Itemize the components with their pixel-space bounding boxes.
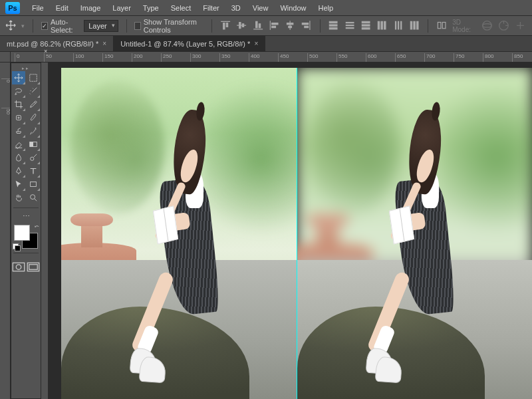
zoom-tool[interactable] — [27, 191, 40, 204]
menu-image[interactable]: Image — [75, 3, 106, 13]
ruler-tick: 300 — [190, 53, 201, 63]
close-icon[interactable]: × — [102, 40, 106, 47]
spot-healing-tool[interactable] — [12, 111, 25, 124]
distribute-left-icon[interactable] — [376, 19, 387, 33]
document-tab[interactable]: mt.psd @ 86.2% (RGB/8#) * × — [0, 36, 114, 51]
document-tab[interactable]: Untitled-1 @ 87.4% (Layer 5, RGB/8#) * × — [114, 36, 265, 51]
document-canvas[interactable] — [61, 68, 532, 399]
type-tool[interactable] — [27, 164, 40, 178]
gradient-tool[interactable] — [27, 138, 40, 151]
menu-3d[interactable]: 3D — [226, 3, 246, 13]
ruler-tick: 400 — [249, 53, 259, 63]
svg-rect-18 — [438, 23, 441, 29]
auto-align-icon[interactable] — [436, 19, 447, 33]
canvas-right-half — [297, 68, 533, 399]
tools-panel: ▸▸ — [11, 63, 41, 399]
distribute-vcenter-icon[interactable] — [344, 19, 355, 33]
ruler-tick: 50 — [1, 108, 11, 114]
pen-tool[interactable] — [12, 164, 25, 178]
menu-type[interactable]: Type — [138, 3, 164, 13]
align-hcenter-icon[interactable] — [285, 19, 295, 33]
svg-point-31 — [16, 264, 21, 269]
options-bar: ▾ Auto-Select: Layer Show Transform Cont… — [0, 16, 532, 36]
svg-rect-2 — [330, 28, 338, 29]
auto-select-target-dropdown[interactable]: Layer — [84, 20, 118, 32]
auto-select-checkbox[interactable]: Auto-Select: — [41, 18, 78, 34]
menu-window[interactable]: Window — [275, 3, 311, 13]
menu-edit[interactable]: Edit — [51, 3, 74, 13]
default-colors-icon[interactable] — [13, 243, 19, 250]
distribute-hcenter-icon[interactable] — [393, 19, 404, 33]
move-tool[interactable] — [12, 71, 25, 84]
move-tool-indicator-icon[interactable] — [5, 19, 16, 33]
menu-view[interactable]: View — [247, 3, 274, 13]
workspace: ▸▸ — [0, 52, 532, 399]
distribute-bottom-icon[interactable] — [360, 19, 371, 33]
3d-orbit-icon[interactable] — [481, 19, 493, 33]
dodge-tool[interactable] — [27, 151, 40, 164]
align-bottom-icon[interactable] — [253, 19, 263, 33]
canvas-left-half — [61, 68, 297, 399]
edit-toolbar-icon[interactable]: ⋯ — [19, 211, 33, 221]
eyedropper-tool[interactable] — [27, 98, 40, 111]
canvas-area[interactable] — [48, 63, 532, 399]
document-tab-bar: mt.psd @ 86.2% (RGB/8#) * × Untitled-1 @… — [0, 36, 532, 52]
svg-rect-5 — [346, 28, 354, 29]
svg-rect-13 — [398, 22, 398, 30]
foreground-swatch[interactable] — [14, 225, 30, 241]
menu-help[interactable]: Help — [313, 3, 339, 13]
svg-rect-7 — [362, 25, 370, 26]
svg-rect-28 — [31, 182, 37, 187]
checkbox-icon — [41, 22, 48, 30]
show-transform-checkbox[interactable]: Show Transform Controls — [134, 18, 203, 34]
align-top-icon[interactable] — [220, 19, 231, 33]
svg-rect-26 — [30, 142, 33, 147]
svg-rect-19 — [442, 23, 446, 29]
svg-rect-11 — [384, 22, 386, 30]
distribute-right-icon[interactable] — [409, 19, 420, 33]
3d-pan-icon[interactable] — [514, 19, 527, 33]
ruler-tick: 750 — [454, 53, 464, 63]
align-left-icon[interactable] — [269, 19, 279, 33]
panel-grip-icon[interactable]: ▸▸ — [13, 66, 39, 71]
svg-rect-1 — [330, 25, 338, 26]
vertical-ruler[interactable]: 0 50 — [0, 63, 11, 399]
path-selection-tool[interactable] — [12, 178, 25, 191]
hand-tool[interactable] — [12, 191, 25, 204]
ruler-tick: 100 — [73, 53, 84, 63]
ruler-origin[interactable] — [0, 52, 11, 63]
ruler-tick: 0 — [1, 78, 11, 82]
close-icon[interactable]: × — [254, 40, 258, 47]
crop-tool[interactable] — [12, 98, 25, 111]
3d-mode-group: 3D Mode: — [452, 19, 527, 33]
menu-select[interactable]: Select — [166, 3, 197, 13]
menu-filter[interactable]: Filter — [198, 3, 224, 13]
3d-roll-icon[interactable] — [497, 19, 510, 33]
history-brush-tool[interactable] — [27, 124, 40, 138]
brush-tool[interactable] — [27, 111, 40, 124]
color-swatches[interactable]: ⤺ — [14, 225, 38, 249]
eraser-tool[interactable] — [12, 138, 25, 151]
ruler-tick: 450 — [278, 53, 289, 63]
blur-tool[interactable] — [12, 151, 25, 164]
screen-mode-toggle[interactable] — [27, 261, 40, 272]
close-icon[interactable]: × — [44, 48, 49, 53]
svg-rect-3 — [346, 23, 354, 23]
menu-layer[interactable]: Layer — [107, 3, 136, 13]
lasso-tool[interactable] — [12, 84, 25, 98]
distribute-top-icon[interactable] — [328, 19, 338, 33]
align-right-icon[interactable] — [301, 19, 311, 33]
tab-title: mt.psd @ 86.2% (RGB/8#) * — [7, 40, 98, 48]
horizontal-ruler[interactable]: 0 50 100 150 200 250 300 350 400 450 500… — [11, 52, 532, 63]
clone-stamp-tool[interactable] — [12, 124, 25, 138]
show-transform-label: Show Transform Controls — [144, 18, 203, 34]
ruler-tick: 650 — [395, 53, 406, 63]
swap-colors-icon[interactable]: ⤺ — [35, 223, 39, 229]
magic-wand-tool[interactable] — [27, 84, 40, 98]
menu-file[interactable]: File — [27, 3, 49, 13]
ruler-tick: 50 — [44, 53, 52, 63]
marquee-tool[interactable] — [27, 71, 40, 84]
rectangle-tool[interactable] — [27, 178, 40, 191]
quick-mask-toggle[interactable] — [12, 261, 25, 272]
align-vcenter-icon[interactable] — [236, 19, 247, 33]
